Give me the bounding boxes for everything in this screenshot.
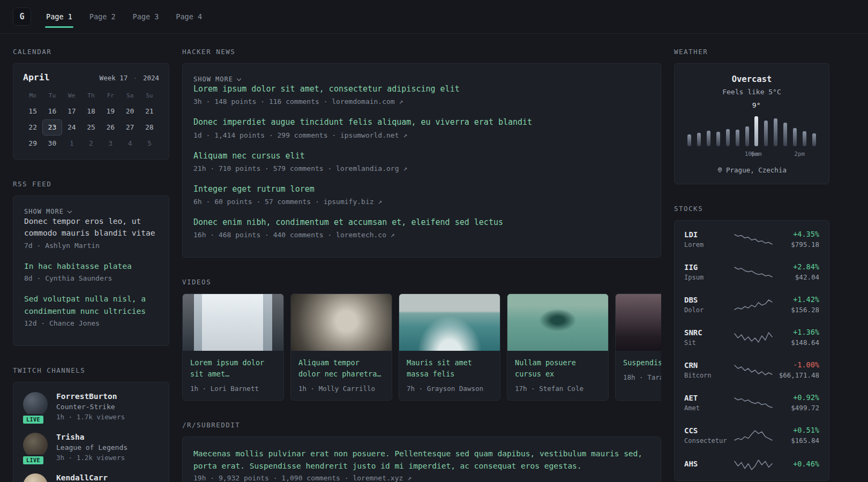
calendar-day[interactable]: 24 bbox=[62, 119, 81, 135]
calendar-day[interactable]: 30 bbox=[42, 135, 62, 152]
video-card[interactable]: Mauris sit amet massa felis 7h · Grayson… bbox=[399, 293, 500, 401]
video-card[interactable]: Aliquam tempor dolor nec pharetra… 1h · … bbox=[290, 293, 392, 401]
weather-axis: 6am2pm10pm bbox=[685, 150, 818, 159]
hacker-news-item-meta: 21h · 710 points · 579 comments · loreml… bbox=[193, 164, 650, 172]
stocks-widget: STOCKS LDI Lorem +4.35% $795.18 bbox=[674, 205, 829, 481]
stock-row[interactable]: CCS Consectetur +0.51% $165.84 bbox=[683, 419, 820, 451]
subreddit-post-title[interactable]: Maecenas mollis pulvinar erat non posuer… bbox=[193, 448, 650, 472]
video-info: Aliquam tempor dolor nec pharetra… 1h · … bbox=[291, 351, 392, 400]
page-tab[interactable]: Page 3 bbox=[132, 0, 160, 33]
hacker-news-widget: HACKER NEWS SHOW MORE Lorem ipsum dolor … bbox=[182, 48, 661, 258]
calendar-header: April Week 17 · 2024 bbox=[23, 72, 159, 82]
stock-values: +1.36% $148.64 bbox=[773, 328, 819, 347]
video-title[interactable]: Mauris sit amet massa felis bbox=[407, 357, 492, 380]
video-thumbnail[interactable] bbox=[399, 294, 500, 351]
rss-item-title[interactable]: In hac habitasse platea bbox=[24, 260, 158, 272]
stock-row[interactable]: LDI Lorem +4.35% $795.18 bbox=[683, 223, 820, 255]
app-logo[interactable]: G bbox=[13, 7, 31, 26]
twitch-channel-row[interactable]: KendallCarr bbox=[23, 473, 159, 482]
stock-change: +0.92% bbox=[773, 393, 819, 402]
calendar-day[interactable]: 29 bbox=[23, 135, 42, 152]
video-card[interactable]: Suspendisse diam 18h · Tara bbox=[615, 293, 661, 401]
calendar-day[interactable]: 17 bbox=[62, 103, 81, 119]
calendar-day[interactable]: 4 bbox=[120, 135, 139, 152]
weather-location[interactable]: Prague, Czechia bbox=[685, 166, 818, 174]
stock-row[interactable]: AET Amet +0.92% $499.72 bbox=[683, 386, 820, 419]
stock-row[interactable]: IIG Ipsum +2.84% $42.04 bbox=[683, 255, 820, 288]
calendar-day[interactable]: 15 bbox=[23, 103, 42, 119]
calendar-day[interactable]: 25 bbox=[81, 119, 101, 135]
calendar-day[interactable]: 5 bbox=[140, 135, 159, 152]
page-tab[interactable]: Page 4 bbox=[175, 0, 203, 33]
video-thumbnail[interactable] bbox=[616, 294, 661, 351]
stock-price: $42.04 bbox=[773, 273, 819, 281]
rss-item-title[interactable]: Sed volutpat nulla nisl, a condimentum n… bbox=[24, 293, 158, 317]
calendar-day[interactable]: 26 bbox=[101, 119, 120, 135]
hacker-news-item-title[interactable]: Donec enim nibh, condimentum et accumsan… bbox=[193, 216, 650, 229]
weather-bar bbox=[803, 131, 806, 146]
calendar-day-header: Tu bbox=[42, 90, 62, 103]
rss-show-more-button[interactable]: SHOW MORE bbox=[24, 208, 71, 215]
twitch-channel-row[interactable]: LIVE Trisha League of Legends 3h · 1.2k … bbox=[23, 433, 159, 462]
calendar-day[interactable]: 22 bbox=[23, 119, 42, 135]
avatar: LIVE bbox=[23, 433, 48, 462]
page-tab[interactable]: Page 2 bbox=[88, 0, 117, 33]
calendar-day[interactable]: 16 bbox=[42, 103, 62, 119]
weather-bar bbox=[716, 132, 720, 146]
calendar-day[interactable]: 27 bbox=[120, 119, 139, 135]
calendar-day-header: Su bbox=[140, 90, 159, 103]
channel-name[interactable]: ForrestBurton bbox=[56, 392, 125, 401]
channel-name[interactable]: KendallCarr bbox=[56, 473, 108, 482]
calendar-day[interactable]: 2 bbox=[81, 135, 101, 152]
video-title[interactable]: Lorem ipsum dolor sit amet consectetu… bbox=[190, 357, 276, 380]
calendar-day[interactable]: 20 bbox=[120, 103, 139, 119]
hacker-news-item-title[interactable]: Lorem ipsum dolor sit amet, consectetur … bbox=[193, 83, 650, 95]
calendar-day[interactable]: 23 bbox=[42, 119, 62, 135]
calendar-day[interactable]: 19 bbox=[101, 103, 120, 119]
hacker-news-item-title[interactable]: Donec imperdiet augue tincidunt felis al… bbox=[193, 116, 650, 129]
video-title[interactable]: Suspendisse diam bbox=[623, 357, 661, 368]
calendar-day[interactable]: 28 bbox=[140, 119, 159, 135]
channel-avatar-image bbox=[23, 473, 48, 482]
subreddit-widget: /R/SUBREDDIT Maecenas mollis pulvinar er… bbox=[182, 421, 661, 482]
calendar-day[interactable]: 18 bbox=[81, 103, 101, 119]
stock-price: $156.28 bbox=[773, 306, 819, 314]
weather-condition: Overcast bbox=[685, 74, 818, 84]
stock-row[interactable]: CRN Bitcorn -1.00% $66,171.48 bbox=[683, 353, 820, 386]
rss-widget: RSS FEED SHOW MORE Donec tempor eros leo… bbox=[13, 180, 169, 346]
stock-row[interactable]: DBS Dolor +1.42% $156.28 bbox=[683, 288, 820, 321]
video-thumbnail[interactable] bbox=[183, 294, 283, 351]
stock-sparkline bbox=[734, 458, 773, 471]
video-thumbnail[interactable] bbox=[507, 294, 608, 351]
video-title[interactable]: Aliquam tempor dolor nec pharetra… bbox=[298, 357, 384, 380]
hacker-news-item-title[interactable]: Integer eget rutrum lorem bbox=[193, 183, 650, 195]
stock-row[interactable]: SNRC Sit +1.36% $148.64 bbox=[683, 321, 820, 353]
weather-hourly-chart: 9° bbox=[685, 101, 818, 146]
channel-viewers: 1h · 1.7k viewers bbox=[56, 413, 125, 421]
calendar-day[interactable]: 3 bbox=[101, 135, 120, 152]
twitch-card: LIVE ForrestBurton Counter-Strike 1h · 1… bbox=[13, 382, 169, 482]
video-thumbnail[interactable] bbox=[291, 294, 392, 351]
calendar-day[interactable]: 21 bbox=[140, 103, 159, 119]
hacker-news-item-title[interactable]: Aliquam nec cursus elit bbox=[193, 150, 650, 162]
video-meta: 7h · Grayson Dawson bbox=[407, 385, 492, 393]
stock-name: Amet bbox=[684, 404, 734, 412]
stock-row[interactable]: AHS +0.46% bbox=[683, 451, 820, 478]
channel-avatar-image bbox=[23, 433, 48, 457]
page-tab[interactable]: Page 1 bbox=[45, 0, 73, 33]
channel-name[interactable]: Trisha bbox=[56, 433, 128, 441]
stock-change: +1.36% bbox=[773, 328, 819, 336]
video-card[interactable]: Lorem ipsum dolor sit amet consectetu… 1… bbox=[182, 293, 284, 401]
twitch-channel-row[interactable]: LIVE ForrestBurton Counter-Strike 1h · 1… bbox=[23, 392, 159, 421]
stock-ticker: SNRC bbox=[684, 328, 734, 337]
video-card[interactable]: Nullam posuere cursus ex 17h · Stefan Co… bbox=[507, 293, 609, 401]
stock-sparkline bbox=[734, 266, 773, 278]
hacker-news-show-more-button[interactable]: SHOW MORE bbox=[193, 76, 241, 83]
video-title[interactable]: Nullam posuere cursus ex bbox=[515, 357, 601, 380]
stock-price: $499.72 bbox=[773, 404, 819, 412]
rss-card: SHOW MORE Donec tempor eros leo, ut comm… bbox=[13, 195, 169, 346]
calendar-day[interactable]: 1 bbox=[62, 135, 81, 152]
avatar: LIVE bbox=[23, 392, 48, 421]
rss-item-title[interactable]: Donec tempor eros leo, ut commodo mauris… bbox=[24, 215, 158, 239]
chevron-down-icon bbox=[68, 208, 72, 213]
